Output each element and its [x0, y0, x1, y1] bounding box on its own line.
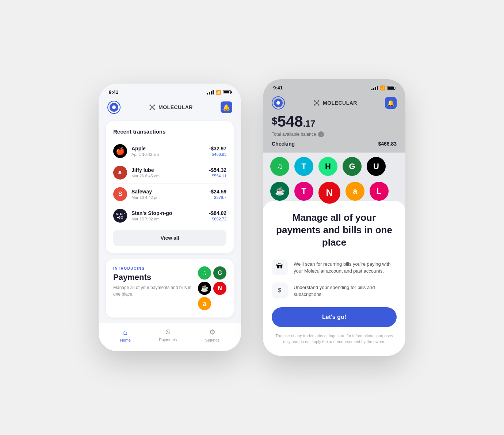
brand-logo-right: MOLECULAR: [313, 99, 357, 107]
apple-info: Apple Apr 1 10:42 am: [131, 146, 159, 157]
transaction-left-apple: 🍎 Apple Apr 1 10:42 am: [113, 144, 159, 158]
transaction-row-safeway: S Safeway Mar 16 4:42 pm -$24.59 $578.7: [113, 184, 226, 205]
jiffy-amounts: -$54.32 $554.11: [209, 167, 226, 178]
disclaimer-text: The use of any trademarks or logos are f…: [272, 333, 397, 345]
nav-payments[interactable]: $ Payments: [159, 328, 177, 342]
lyft-icon: L: [370, 182, 389, 201]
avatar-right[interactable]: [272, 96, 285, 109]
info-badge[interactable]: i: [318, 131, 324, 137]
status-bar-left: 9:41 📶: [99, 84, 241, 98]
bell-icon-right[interactable]: 🔔: [385, 97, 397, 109]
introducing-label: INTRODUCING: [113, 266, 194, 270]
battery-icon: [223, 90, 231, 94]
balance-amount: $548.17: [272, 114, 397, 129]
avatar-left[interactable]: [107, 101, 121, 114]
molecular-icon-right: [313, 99, 321, 107]
svg-line-8: [152, 107, 154, 109]
transactions-card: Recent transactions 🍎 Apple Apr 1 10:42 …: [106, 121, 234, 253]
modal-content: Manage all of your payments and bills in…: [263, 201, 405, 355]
nav-settings[interactable]: ⚙ Settings: [205, 328, 220, 342]
svg-line-6: [152, 105, 154, 108]
app-header-right: MOLECULAR 🔔: [263, 93, 405, 114]
left-phone: 9:41 📶: [99, 84, 241, 351]
svg-line-16: [315, 101, 317, 103]
home-label: Home: [120, 338, 131, 342]
tmobile-icon: T: [294, 182, 313, 201]
feature-icon-1: 🏛: [272, 259, 288, 275]
cta-button[interactable]: Let's go!: [272, 307, 397, 327]
transaction-left-safeway: S Safeway Mar 16 4:42 pm: [113, 187, 160, 201]
balance-label: Total available balance i: [272, 131, 397, 137]
svg-line-18: [315, 103, 317, 105]
time-left: 9:41: [109, 89, 118, 95]
time-right: 9:41: [273, 85, 283, 91]
jiffy-logo: JL: [113, 166, 127, 180]
svg-line-7: [150, 107, 153, 109]
app-header-left: MOLECULAR 🔔: [99, 98, 241, 118]
starbucks-icon-small: ☕: [198, 282, 211, 295]
bell-icon-left[interactable]: 🔔: [221, 101, 232, 113]
brand-name-right: MOLECULAR: [323, 100, 357, 106]
transactions-title: Recent transactions: [113, 128, 226, 135]
transaction-left-jiffy: JL Jiffy lube Mar 26 8:45 am: [113, 166, 160, 180]
stans-amounts: -$84.02 $662.72: [209, 210, 226, 221]
nav-home[interactable]: ⌂ Home: [120, 328, 131, 342]
feature-icon-2: $: [272, 282, 288, 299]
app-icons-row1: ♫ T H G U: [263, 153, 405, 179]
spotify-icon: ♫: [270, 157, 289, 176]
checking-row: Checking $466.83: [272, 137, 397, 147]
checking-amount: $466.83: [378, 141, 397, 147]
wifi-icon: 📶: [215, 90, 221, 95]
apple-amounts: -$32.97 $466.83: [209, 146, 226, 157]
stans-logo: STOP•GO: [113, 209, 127, 223]
bottom-nav-left: ⌂ Home $ Payments ⚙ Settings: [99, 323, 241, 351]
twitter-icon: T: [294, 157, 313, 176]
safeway-logo: S: [113, 187, 127, 201]
brand-logo-left: MOLECULAR: [148, 103, 193, 111]
modal-title: Manage all of your payments and bills in…: [272, 212, 397, 249]
grubhub-icon: G: [343, 157, 362, 176]
balance-main: 548: [278, 113, 303, 130]
jiffy-icon: JL: [116, 168, 125, 177]
settings-icon: ⚙: [209, 328, 215, 336]
feature-text-1: We'll scan for recurring bills you're pa…: [294, 259, 397, 275]
balance-cents: .17: [303, 119, 315, 128]
checking-label: Checking: [272, 141, 295, 147]
netflix-icon-small: N: [213, 282, 226, 295]
transaction-row-jiffy: JL Jiffy lube Mar 26 8:45 am -$54.32 $55…: [113, 162, 226, 184]
introducing-icons: ♫ G ☕ N a: [198, 266, 226, 310]
settings-label: Settings: [205, 338, 220, 342]
introducing-card: INTRODUCING Payments Manage all of your …: [106, 259, 234, 317]
introducing-desc: Manage all of your payments and bills in…: [113, 284, 194, 297]
svg-line-19: [317, 103, 319, 105]
view-all-button[interactable]: View all: [113, 230, 226, 246]
transaction-left-stans: STOP•GO Stan's Stop-n-go Mar 15 7:02 am: [113, 209, 172, 223]
jiffy-info: Jiffy lube Mar 26 8:45 am: [131, 167, 160, 178]
avatar-icon-left: [110, 103, 118, 112]
main-container: 9:41 📶: [77, 57, 427, 377]
spotify-icon-small: ♫: [198, 266, 211, 280]
apple-logo: 🍎: [113, 144, 127, 158]
balance-section: $548.17 Total available balance i Checki…: [263, 114, 405, 153]
stans-info: Stan's Stop-n-go Mar 15 7:02 am: [131, 210, 172, 221]
status-icons-left: 📶: [207, 90, 231, 95]
signal-icon: [207, 90, 214, 95]
netflix-icon-lg: N: [318, 182, 340, 204]
uber-icon: U: [367, 157, 386, 176]
wifi-icon-right: 📶: [380, 85, 385, 91]
safeway-amounts: -$24.59 $578.7: [209, 189, 226, 200]
svg-text:JL: JL: [118, 170, 123, 175]
status-icons-right: 📶: [371, 85, 395, 91]
left-phone-body: Recent transactions 🍎 Apple Apr 1 10:42 …: [99, 118, 241, 317]
avatar-icon-right: [274, 99, 283, 107]
status-bar-right: 9:41 📶: [263, 79, 405, 93]
starbucks-icon-lg: ☕: [270, 182, 289, 201]
signal-icon-right: [371, 86, 378, 90]
payments-label: Payments: [159, 338, 177, 342]
safeway-info: Safeway Mar 16 4:42 pm: [131, 189, 160, 200]
svg-line-5: [150, 105, 153, 108]
feature-item-2: $ Understand your spending for bills and…: [272, 282, 397, 299]
right-phone: 9:41 📶: [263, 79, 405, 355]
dollar-sign: $: [272, 116, 278, 126]
amazon-icon-lg: a: [345, 182, 364, 201]
